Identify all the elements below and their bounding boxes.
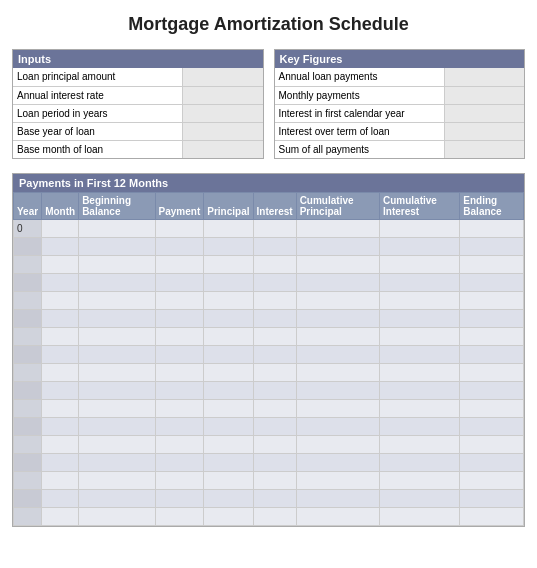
table-cell (42, 436, 79, 454)
kf-row: Interest over term of loan (275, 122, 525, 140)
table-row (14, 328, 524, 346)
table-cell (155, 472, 204, 490)
table-cell (42, 472, 79, 490)
table-cell (79, 436, 155, 454)
table-cell (253, 364, 296, 382)
table-cell (460, 508, 524, 526)
table-cell (14, 472, 42, 490)
table-cell (14, 436, 42, 454)
table-cell (79, 472, 155, 490)
table-cell (155, 454, 204, 472)
table-cell (380, 238, 460, 256)
table-cell (253, 292, 296, 310)
payments-section-header: Payments in First 12 Months (13, 174, 524, 192)
table-cell (14, 292, 42, 310)
table-cell (296, 328, 379, 346)
page: Mortgage Amortization Schedule Inputs Lo… (0, 0, 537, 541)
table-cell (79, 256, 155, 274)
table-cell (380, 274, 460, 292)
inputs-row-value[interactable] (183, 104, 263, 122)
inputs-row-label: Loan period in years (13, 104, 183, 122)
table-cell (253, 400, 296, 418)
table-cell (296, 364, 379, 382)
table-cell (253, 346, 296, 364)
table-cell (380, 454, 460, 472)
table-cell (204, 382, 253, 400)
table-row (14, 454, 524, 472)
table-cell (296, 238, 379, 256)
inputs-row-value[interactable] (183, 140, 263, 158)
table-cell (296, 274, 379, 292)
table-cell (380, 346, 460, 364)
inputs-row: Annual interest rate (13, 86, 263, 104)
table-cell (155, 364, 204, 382)
table-cell (79, 310, 155, 328)
kf-row-value[interactable] (444, 122, 524, 140)
payments-section: Payments in First 12 Months YearMonthBeg… (12, 173, 525, 527)
table-row (14, 364, 524, 382)
table-cell (42, 292, 79, 310)
payments-col-header: Interest (253, 193, 296, 220)
table-row (14, 508, 524, 526)
table-cell (155, 256, 204, 274)
table-cell (380, 220, 460, 238)
payments-col-header: Month (42, 193, 79, 220)
table-cell: 0 (14, 220, 42, 238)
inputs-row-value[interactable] (183, 86, 263, 104)
table-cell (460, 472, 524, 490)
table-cell (204, 220, 253, 238)
table-cell (460, 292, 524, 310)
table-cell (380, 400, 460, 418)
table-cell (42, 364, 79, 382)
kf-row-value[interactable] (444, 86, 524, 104)
table-cell (253, 274, 296, 292)
table-cell (42, 328, 79, 346)
table-cell (204, 400, 253, 418)
key-figures-panel: Key Figures Annual loan paymentsMonthly … (274, 49, 526, 159)
table-cell (79, 238, 155, 256)
table-cell (14, 400, 42, 418)
inputs-row-value[interactable] (183, 68, 263, 86)
kf-row-label: Interest over term of loan (275, 122, 445, 140)
table-cell (155, 220, 204, 238)
kf-row-value[interactable] (444, 104, 524, 122)
payments-col-header: Year (14, 193, 42, 220)
table-cell (460, 364, 524, 382)
kf-row-value[interactable] (444, 68, 524, 86)
kf-row-value[interactable] (444, 140, 524, 158)
table-cell (204, 346, 253, 364)
table-cell (155, 238, 204, 256)
table-cell (253, 490, 296, 508)
table-cell (380, 256, 460, 274)
table-cell (14, 238, 42, 256)
table-cell (204, 364, 253, 382)
table-cell (79, 364, 155, 382)
table-cell (460, 256, 524, 274)
table-cell (79, 418, 155, 436)
table-cell (460, 382, 524, 400)
table-cell (155, 508, 204, 526)
inputs-row-label: Annual interest rate (13, 86, 183, 104)
table-cell (204, 328, 253, 346)
table-cell (155, 490, 204, 508)
table-cell (380, 472, 460, 490)
inputs-row: Base year of loan (13, 122, 263, 140)
table-cell (296, 382, 379, 400)
table-cell (155, 310, 204, 328)
table-cell (204, 490, 253, 508)
table-cell (380, 364, 460, 382)
inputs-row-label: Base month of loan (13, 140, 183, 158)
table-cell (296, 256, 379, 274)
table-cell (42, 508, 79, 526)
table-cell (253, 418, 296, 436)
table-row (14, 274, 524, 292)
table-cell (155, 436, 204, 454)
table-row (14, 472, 524, 490)
table-cell (14, 490, 42, 508)
key-figures-panel-header: Key Figures (275, 50, 525, 68)
table-cell (460, 346, 524, 364)
table-cell (79, 454, 155, 472)
table-cell (79, 382, 155, 400)
table-cell (204, 508, 253, 526)
inputs-row-value[interactable] (183, 122, 263, 140)
